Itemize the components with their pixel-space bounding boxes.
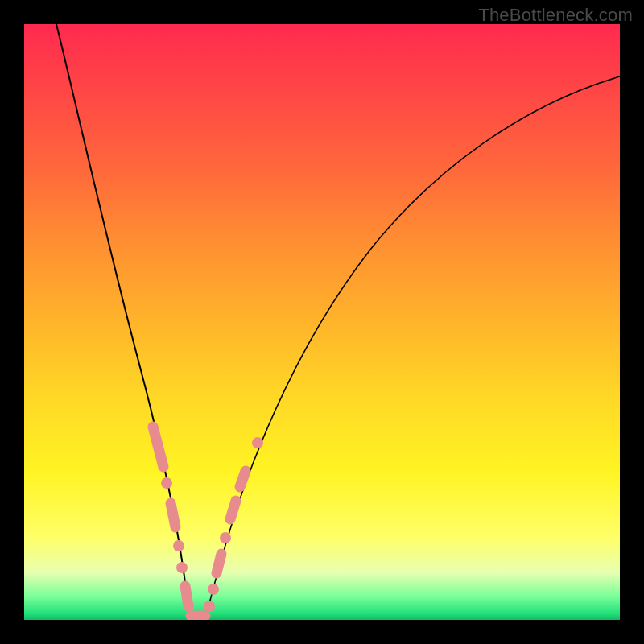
bottleneck-curve-svg bbox=[24, 24, 620, 620]
marker-dot bbox=[220, 532, 231, 543]
marker-group bbox=[153, 427, 263, 616]
marker-dot bbox=[173, 540, 184, 551]
marker-segment bbox=[240, 471, 246, 487]
plot-area bbox=[24, 24, 620, 620]
chart-frame: TheBottleneck.com bbox=[0, 0, 644, 644]
curve-right bbox=[206, 76, 620, 616]
marker-dot bbox=[252, 437, 263, 448]
marker-segment bbox=[153, 427, 163, 467]
marker-dot bbox=[204, 601, 215, 612]
marker-segment bbox=[185, 586, 188, 606]
marker-segment bbox=[171, 503, 175, 527]
curve-group bbox=[56, 24, 620, 619]
marker-dot bbox=[161, 477, 172, 489]
marker-segment bbox=[217, 554, 221, 573]
watermark-text: TheBottleneck.com bbox=[478, 5, 633, 26]
marker-dot bbox=[208, 584, 219, 595]
curve-left bbox=[56, 24, 189, 616]
marker-dot bbox=[176, 562, 188, 573]
marker-segment bbox=[230, 501, 236, 519]
